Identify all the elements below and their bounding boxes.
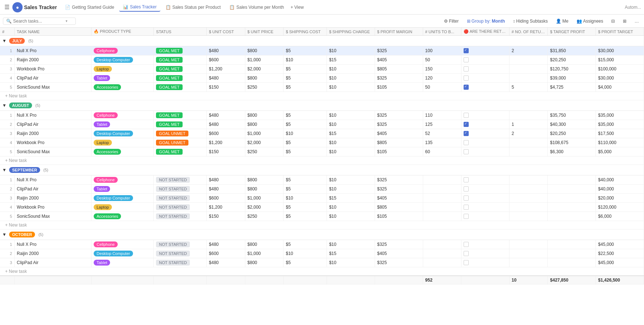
new-task-cell: + New task <box>0 92 644 100</box>
ship-charge: $10 <box>327 120 375 129</box>
group-header-october: ▼ OCTOBER (5) <box>0 229 644 240</box>
tab-sales-tracker[interactable]: 📊 Sales Tracker <box>119 3 160 12</box>
returns-cell[interactable] <box>461 120 510 129</box>
group-people-icon: 👥 <box>577 19 582 24</box>
returns-checkbox[interactable] <box>464 196 469 201</box>
target-profit <box>548 249 596 258</box>
layout-button[interactable]: ⊞ <box>621 18 629 24</box>
target-profit <box>548 185 596 194</box>
table-row: 5 SonicSound Max Accessories NOT STARTED… <box>0 212 644 221</box>
assignees-button[interactable]: 👥 Assignees <box>574 18 605 24</box>
returns-cell[interactable] <box>461 258 510 267</box>
unit-cost: $600 <box>207 249 245 258</box>
returns-checkbox[interactable] <box>464 140 469 145</box>
returns-checkbox[interactable] <box>464 251 469 256</box>
row-number: 3 <box>0 65 15 74</box>
target-profit: $40,300 <box>548 120 596 129</box>
returns-cell[interactable] <box>461 175 510 185</box>
returns-cell[interactable] <box>461 65 510 74</box>
returns-cell[interactable] <box>461 55 510 65</box>
profit-margin: $105 <box>375 212 423 221</box>
returns-checkbox[interactable] <box>464 113 469 118</box>
filter-button[interactable]: ⚙ Filter <box>442 18 461 24</box>
unit-price: $800 <box>245 175 283 185</box>
hamburger-menu[interactable]: ☰ <box>3 2 11 12</box>
new-task-button[interactable]: + New task <box>2 92 30 100</box>
more-options-button[interactable]: … <box>632 18 641 24</box>
columns-button[interactable]: ⊟ <box>609 18 617 24</box>
returns-checkbox[interactable] <box>464 177 469 182</box>
profit-margin: $325 <box>375 185 423 194</box>
footer-units: 952 <box>423 276 461 285</box>
row-number: 5 <box>0 212 15 221</box>
col-header-num-returns: # NO. OF RETURNS <box>509 28 547 36</box>
profit-target: $40,000 <box>596 175 644 185</box>
returns-checkbox[interactable] <box>464 48 469 53</box>
collapse-icon[interactable]: ▼ <box>2 232 7 237</box>
returns-checkbox[interactable] <box>464 57 469 62</box>
me-button[interactable]: 👤 Me <box>554 18 571 24</box>
returns-checkbox[interactable] <box>464 149 469 154</box>
new-task-button[interactable]: + New task <box>2 156 30 165</box>
search-box[interactable]: 🔍 ▾ <box>3 18 76 25</box>
returns-checkbox[interactable] <box>464 186 469 191</box>
returns-cell[interactable] <box>461 249 510 258</box>
col-header-ship-cost: $ SHIPPING COST <box>284 28 327 36</box>
returns-cell[interactable] <box>461 129 510 138</box>
returns-checkbox[interactable] <box>464 76 469 81</box>
hiding-subtasks-button[interactable]: ↕ Hiding Subtasks <box>511 18 550 24</box>
profit-margin: $805 <box>375 138 423 147</box>
status-cell: NOT STARTED <box>154 212 207 221</box>
col-header-status: STATUS <box>154 28 207 36</box>
returns-cell[interactable] <box>461 111 510 120</box>
returns-cell[interactable] <box>461 203 510 212</box>
returns-cell[interactable] <box>461 74 510 83</box>
columns-icon: ⊟ <box>611 19 615 24</box>
returns-cell[interactable] <box>461 83 510 92</box>
table-row: 1 Null X Pro Cellphone NOT STARTED $480 … <box>0 175 644 185</box>
tab-sales-status[interactable]: 📋 Sales Status per Product <box>162 3 225 11</box>
returns-checkbox[interactable] <box>464 131 469 136</box>
returns-cell[interactable] <box>461 212 510 221</box>
returns-checkbox[interactable] <box>464 122 469 127</box>
table-row: 2 ClipPad Air Tablet NOT STARTED $480 $8… <box>0 185 644 194</box>
ship-charge: $15 <box>327 249 375 258</box>
row-number: 4 <box>0 74 15 83</box>
col-header-units: # UNITS TO B... <box>423 28 461 36</box>
returns-cell[interactable] <box>461 194 510 203</box>
group-by-button[interactable]: ⊞ Group by: Month <box>465 18 507 24</box>
search-input[interactable] <box>13 19 64 24</box>
profit-target: $30,000 <box>596 74 644 83</box>
returns-cell[interactable] <box>461 138 510 147</box>
add-view-button[interactable]: + View <box>290 5 304 10</box>
group-icon: ⊞ <box>467 19 471 24</box>
collapse-icon[interactable]: ▼ <box>2 103 7 108</box>
new-task-button[interactable]: + New task <box>2 267 30 275</box>
returns-cell[interactable] <box>461 185 510 194</box>
ship-cost: $10 <box>284 129 327 138</box>
units: 50 <box>423 83 461 92</box>
returns-checkbox[interactable] <box>464 85 469 90</box>
tab-getting-started[interactable]: 📄 Getting Started Guide <box>61 3 118 11</box>
returns-checkbox[interactable] <box>464 205 469 210</box>
status-badge: NOT STARTED <box>156 241 190 247</box>
new-task-button[interactable]: + New task <box>2 221 30 229</box>
collapse-icon[interactable]: ▼ <box>2 38 7 43</box>
collapse-icon[interactable]: ▼ <box>2 167 7 173</box>
returns-checkbox[interactable] <box>464 66 469 71</box>
returns-checkbox[interactable] <box>464 242 469 247</box>
new-task-cell: + New task <box>0 221 644 229</box>
product-type-cell: Desktop Computer <box>91 55 153 65</box>
ship-charge: $10 <box>327 240 375 249</box>
returns-checkbox[interactable] <box>464 260 469 265</box>
returns-cell[interactable] <box>461 240 510 249</box>
returns-cell[interactable] <box>461 46 510 55</box>
unit-cost: $480 <box>207 258 245 267</box>
task-name: Raijin 2000 <box>15 55 91 65</box>
units <box>423 185 461 194</box>
returns-checkbox[interactable] <box>464 214 469 219</box>
tab-sales-volume[interactable]: 📋 Sales Volume per Month <box>226 3 288 11</box>
profit-target: $45,000 <box>596 240 644 249</box>
status-cell: NOT STARTED <box>154 175 207 185</box>
returns-cell[interactable] <box>461 147 510 156</box>
